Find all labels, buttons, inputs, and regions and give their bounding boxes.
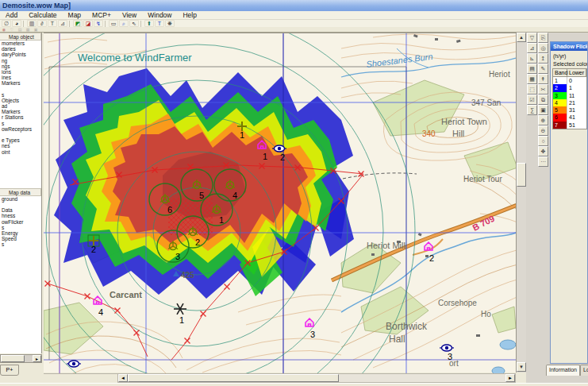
tree-item[interactable]: hness [0, 213, 41, 218]
record-icon[interactable]: ◉ [1, 27, 7, 32]
tree-item[interactable]: Markers [0, 109, 41, 114]
zoom-icon[interactable]: ⌕ [119, 20, 129, 27]
no-entry-icon[interactable]: ∅ [2, 20, 11, 27]
tree-item[interactable]: e Types [0, 137, 41, 143]
target-icon[interactable]: ◎ [538, 43, 548, 53]
tree-item[interactable]: ines [0, 75, 41, 80]
viewpoint-eye-icon[interactable] [440, 345, 454, 351]
flower-icon[interactable]: ❋ [165, 20, 175, 27]
filter-icon[interactable]: ▽ [527, 33, 537, 43]
box-icon[interactable]: ▣ [538, 105, 548, 115]
pointer-icon[interactable]: ⇖ [129, 20, 139, 27]
receptor-house-icon[interactable] [306, 318, 313, 326]
tree-item[interactable]: Energy [0, 230, 41, 236]
band-row[interactable]: 421 [553, 99, 586, 106]
band-row[interactable]: 21 [553, 84, 586, 91]
tree-item[interactable]: Data [0, 207, 41, 213]
tree-item[interactable]: s [0, 241, 41, 247]
tree-item[interactable]: owReceptors [0, 126, 41, 132]
layout-icon[interactable]: ▣ [33, 27, 39, 32]
menu-item-help[interactable]: Help [177, 11, 202, 20]
receptor-house-icon[interactable] [94, 296, 102, 304]
favorite-icon[interactable]: ♡ [9, 27, 15, 32]
sidebar-scrollbar[interactable]: ▸ [0, 354, 42, 363]
grid-icon[interactable]: ▦ [25, 27, 31, 32]
scroll-right-icon[interactable]: ► [505, 374, 515, 382]
sidebar-scroll-arrow-icon[interactable]: ▸ [33, 355, 41, 362]
distribution-icon[interactable]: ∂ [37, 20, 47, 27]
up-icon[interactable]: ↥ [538, 53, 548, 64]
region-icon[interactable]: ⬚ [527, 84, 537, 95]
met-mast-icon[interactable] [174, 303, 186, 315]
histogram-icon[interactable]: ▥ [27, 20, 37, 27]
move-icon[interactable]: ✥ [538, 146, 548, 156]
grid-icon[interactable]: ▦ [527, 74, 537, 84]
tab-information[interactable]: Information [546, 365, 580, 376]
turbine-tool-icon[interactable]: T [48, 20, 57, 27]
menu-item-mcp[interactable]: MCP+ [86, 11, 117, 20]
sidebar-scroll-thumb[interactable] [1, 355, 25, 362]
menu-item-window[interactable]: Window [142, 11, 177, 20]
more-icon[interactable]: ⋯ [538, 156, 548, 167]
band-row[interactable]: 10 [553, 77, 586, 84]
panel-icon[interactable]: ▤ [17, 27, 23, 32]
hscroll-thumb[interactable] [128, 374, 339, 382]
sidebar-bottom-tab[interactable]: P+ [0, 365, 19, 376]
copy-icon[interactable]: ⎘ [538, 33, 548, 43]
tree-item[interactable]: s [0, 92, 41, 98]
tree-item[interactable]: Objects [0, 98, 41, 103]
circle-icon[interactable]: ○ [538, 136, 548, 146]
panel-title-bar[interactable]: Shadow Flicker [551, 42, 587, 51]
pie-chart-icon[interactable]: ◕ [12, 20, 21, 27]
band-row[interactable]: 641 [553, 114, 586, 121]
cut-icon[interactable]: ✂ [538, 84, 548, 95]
map-hscrollbar[interactable]: ◄ ► [117, 373, 516, 383]
tree-item[interactable]: owFlicker [0, 219, 41, 225]
hscroll-track[interactable] [339, 374, 505, 382]
pages-icon[interactable]: ⧉ [538, 95, 548, 105]
pin-icon[interactable]: ↟ [538, 74, 548, 84]
menu-item-map[interactable]: Map [63, 11, 87, 20]
scroll-up-icon[interactable]: ▲ [517, 33, 526, 42]
title-bar[interactable]: Demosite.wow Map] [0, 0, 588, 11]
tree-item[interactable]: daries [0, 46, 41, 52]
tree-item[interactable]: nes [0, 143, 41, 149]
profile-icon[interactable]: ⊾ [527, 53, 537, 64]
scroll-down-icon[interactable]: ▼ [517, 362, 526, 372]
tree-item[interactable] [0, 87, 41, 92]
tree-item[interactable]: Speed [0, 236, 41, 241]
check-icon[interactable]: ☑ [527, 95, 537, 105]
tree-item[interactable]: ions [0, 69, 41, 75]
tree-item[interactable]: ground [0, 196, 41, 202]
text-icon[interactable]: T [155, 20, 164, 27]
zoom-in-icon[interactable]: ⊕ [538, 115, 548, 125]
band-row[interactable]: 531 [553, 106, 586, 114]
zoom-out-icon[interactable]: ⊖ [538, 125, 548, 136]
tree-item[interactable]: Markers [0, 80, 41, 86]
tree-item[interactable]: ng [0, 58, 41, 64]
menu-item-view[interactable]: View [117, 11, 142, 20]
table-icon[interactable]: ▤ [527, 64, 537, 74]
scroll-left-icon[interactable]: ◄ [118, 374, 128, 382]
tree-item[interactable]: r Stations [0, 114, 41, 120]
viewpoint-eye-icon[interactable] [67, 361, 81, 367]
tree-item[interactable]: ngs [0, 64, 41, 69]
tab-log[interactable]: Log [580, 365, 588, 376]
tree-item[interactable]: daryPoints [0, 52, 41, 57]
chart-icon[interactable]: ⊿ [527, 43, 537, 53]
menu-item-calculate[interactable]: Calculate [23, 11, 62, 20]
pencil-icon[interactable]: ✎ [538, 64, 548, 74]
tree-item[interactable]: mometers [0, 41, 41, 46]
band-row[interactable]: 751 [553, 122, 586, 129]
sum-icon[interactable]: ∑ [527, 105, 537, 115]
tree-item[interactable]: ad [0, 103, 41, 109]
map-vscrollbar[interactable]: ▲ ▼ [516, 33, 526, 372]
tree-item[interactable]: s [0, 225, 41, 230]
terrain-icon[interactable]: ◪ [83, 20, 93, 27]
route-icon[interactable]: ↯ [94, 20, 103, 27]
tree-item[interactable]: s [0, 121, 41, 126]
curve-tool-icon[interactable]: ⊿ [58, 20, 67, 27]
tree-item[interactable]: oint [0, 149, 41, 155]
vscroll-thumb[interactable] [517, 163, 526, 187]
select-rect-icon[interactable]: ▭ [109, 20, 118, 27]
